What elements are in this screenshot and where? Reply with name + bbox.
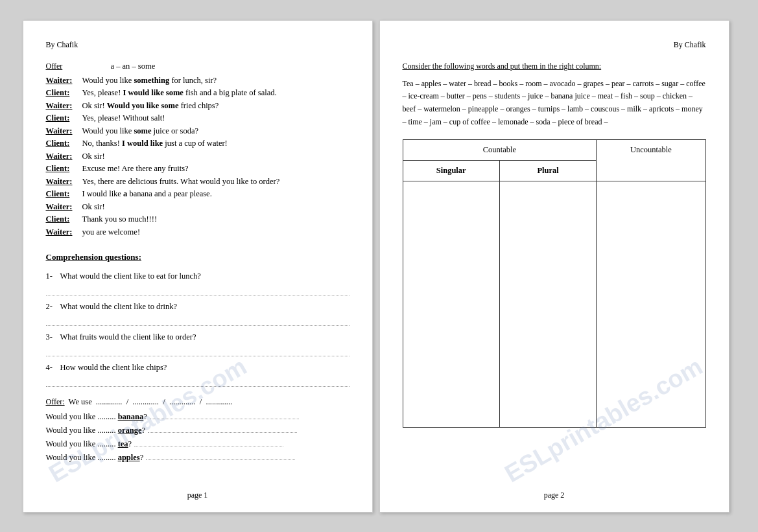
speaker-label: Client: bbox=[46, 189, 78, 200]
page-number-2: page 2 bbox=[544, 491, 565, 500]
speaker-label: Client: bbox=[46, 214, 78, 226]
answer-line bbox=[46, 347, 349, 356]
comprehension-section: Comprehension questions: 1- What would t… bbox=[46, 252, 349, 387]
dialogue-line: Client: Thank you so much!!!! bbox=[46, 214, 349, 226]
offer-label: Offer bbox=[46, 62, 72, 71]
speaker-label: Waiter: bbox=[46, 151, 78, 163]
singular-header: Singular bbox=[403, 160, 499, 181]
instruction-text: Consider the following words and put the… bbox=[403, 62, 602, 71]
dialogue-line: Client: No, thanks! I would like just a … bbox=[46, 138, 349, 150]
offer-blanks-section: Would you like ......... banana? Would y… bbox=[46, 412, 349, 463]
countable-header: Countable bbox=[403, 139, 597, 160]
singular-cell bbox=[403, 181, 499, 427]
offer-slash-line: Offer: We use ............. / ..........… bbox=[46, 397, 349, 407]
table-body-row bbox=[403, 181, 705, 427]
offer-fill-section: Offer: We use ............. / ..........… bbox=[46, 397, 349, 463]
dialogue-line: Waiter: Ok sir! bbox=[46, 151, 349, 163]
answer-line bbox=[46, 317, 349, 326]
would-line: Would you like ......... apples? bbox=[46, 453, 349, 463]
uncountable-cell bbox=[597, 181, 705, 427]
speaker-label: Waiter: bbox=[46, 227, 78, 238]
speaker-label: Waiter: bbox=[46, 100, 78, 112]
categorization-table: Countable Uncountable Singular Plural bbox=[403, 139, 706, 428]
question-item: 4- How would the client like chips? bbox=[46, 363, 349, 373]
dialogue-line: Waiter: Would you like some juice or sod… bbox=[46, 126, 349, 137]
dialogue-line: Waiter: Would you like something for lun… bbox=[46, 75, 349, 87]
speaker-label: Waiter: bbox=[46, 75, 78, 87]
dialogue-line: Waiter: Ok sir! bbox=[46, 202, 349, 213]
dialogue-line: Client: I would like a banana and a pear… bbox=[46, 189, 349, 200]
plural-header: Plural bbox=[499, 160, 596, 181]
dialogue-line: Client: Yes, please! I would like some f… bbox=[46, 87, 349, 99]
by-chafik-p2: By Chafik bbox=[403, 40, 706, 50]
comprehension-title: Comprehension questions: bbox=[46, 252, 349, 262]
plural-cell bbox=[499, 181, 596, 427]
dialogue-line: Waiter: Ok sir! Would you like some frie… bbox=[46, 100, 349, 112]
question-item: 3- What fruits would the client like to … bbox=[46, 332, 349, 342]
dialogue-line: Client: Excuse me! Are there any fruits? bbox=[46, 163, 349, 175]
page-1: By Chafik Offer a – an – some Waiter: Wo… bbox=[23, 20, 373, 513]
speaker-label: Waiter: bbox=[46, 202, 78, 213]
dialogue-line: Client: Yes, please! Without salt! bbox=[46, 113, 349, 124]
dialogue-section: Waiter: Would you like something for lun… bbox=[46, 75, 349, 238]
speaker-label: Client: bbox=[46, 113, 78, 124]
answer-line bbox=[46, 286, 349, 295]
question-item: 1- What would the client like to eat for… bbox=[46, 272, 349, 281]
would-line: Would you like ......... orange? bbox=[46, 426, 349, 435]
by-chafik-p1: By Chafik bbox=[46, 40, 349, 50]
word-list: Tea – apples – water – bread – books – r… bbox=[403, 78, 706, 129]
offer-formula: a – an – some bbox=[111, 62, 156, 71]
page-number: page 1 bbox=[187, 491, 208, 500]
speaker-label: Client: bbox=[46, 138, 78, 150]
page-2: By Chafik Consider the following words a… bbox=[379, 20, 729, 513]
dialogue-line: Waiter: Yes, there are delicious fruits.… bbox=[46, 176, 349, 188]
instruction: Consider the following words and put the… bbox=[403, 62, 706, 71]
speaker-label: Client: bbox=[46, 163, 78, 175]
dialogue-line: Waiter: you are welcome! bbox=[46, 227, 349, 238]
answer-line bbox=[46, 378, 349, 387]
uncountable-header: Uncountable bbox=[597, 139, 705, 181]
would-line: Would you like ......... tea? bbox=[46, 439, 349, 449]
offer-label2: Offer: bbox=[46, 397, 65, 407]
speaker-label: Client: bbox=[46, 87, 78, 99]
speaker-label: Waiter: bbox=[46, 176, 78, 188]
we-use-label: We use bbox=[69, 397, 92, 407]
question-item: 2- What would the client like to drink? bbox=[46, 302, 349, 312]
speaker-label: Waiter: bbox=[46, 126, 78, 137]
would-line: Would you like ......... banana? bbox=[46, 412, 349, 422]
offer-blanks-slashes: ............. / ............. / ........… bbox=[96, 397, 232, 407]
